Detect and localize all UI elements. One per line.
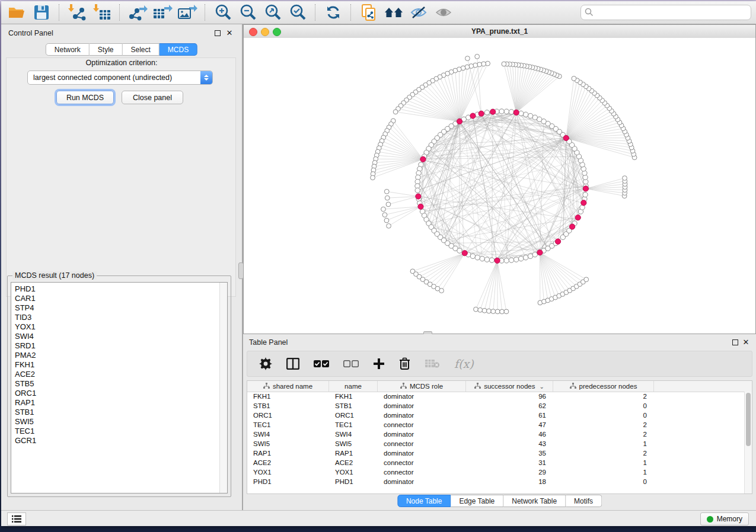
mcds-hub-node[interactable] — [563, 135, 569, 140]
graph-leaf-node[interactable] — [500, 309, 505, 314]
graph-leaf-node[interactable] — [384, 218, 389, 223]
delete-column-icon[interactable] — [399, 356, 410, 371]
mcds-result-item[interactable]: PMA2 — [15, 351, 219, 360]
float-table-panel-icon[interactable] — [731, 338, 739, 346]
memory-button[interactable]: Memory — [700, 512, 749, 525]
tab-motifs[interactable]: Motifs — [566, 495, 602, 507]
graph-leaf-node[interactable] — [482, 308, 487, 313]
mcds-hub-node[interactable] — [555, 239, 560, 244]
mcds-hub-node[interactable] — [513, 110, 519, 115]
tab-node-table[interactable]: Node Table — [397, 495, 451, 507]
mcds-result-item[interactable]: SRD1 — [15, 341, 219, 351]
mcds-result-item[interactable]: ACE2 — [15, 370, 219, 379]
table-row[interactable]: SWI5SWI5connector431 — [247, 439, 745, 448]
mcds-hub-node[interactable] — [581, 200, 586, 206]
split-pane-icon[interactable] — [286, 356, 299, 371]
network-window-titlebar[interactable]: YPA_prune.txt_1 — [244, 25, 755, 39]
graph-leaf-node[interactable] — [572, 76, 576, 81]
table-row[interactable]: RAP1RAP1dominator352 — [247, 448, 745, 458]
graph-leaf-node[interactable] — [387, 223, 391, 228]
graph-node[interactable] — [524, 112, 528, 117]
graph-node[interactable] — [470, 254, 475, 258]
mcds-hub-node[interactable] — [569, 224, 575, 229]
graph-leaf-node[interactable] — [465, 56, 470, 61]
mcds-hub-node[interactable] — [470, 113, 476, 118]
graph-leaf-node[interactable] — [382, 213, 387, 217]
mcds-hub-node[interactable] — [420, 156, 426, 162]
deselect-all-icon[interactable] — [343, 356, 359, 371]
table-scrollbar[interactable] — [744, 392, 752, 493]
mcds-result-item[interactable]: GCR1 — [15, 436, 219, 446]
graph-leaf-node[interactable] — [384, 189, 389, 194]
export-image-icon[interactable] — [177, 4, 198, 21]
table-row[interactable]: PHD1PHD1dominator180 — [247, 477, 745, 486]
table-row[interactable]: SWI4SWI4dominator462 — [247, 430, 745, 439]
graph-node[interactable] — [532, 252, 537, 257]
graph-leaf-node[interactable] — [478, 307, 483, 312]
hide-selected-eye-icon[interactable] — [408, 4, 429, 21]
graph-node[interactable] — [509, 110, 513, 114]
export-table-icon[interactable] — [152, 4, 173, 21]
table-row[interactable]: YOX1YOX1connector291 — [247, 467, 745, 477]
tab-mcds[interactable]: MCDS — [160, 43, 197, 56]
import-network-icon[interactable] — [66, 4, 88, 21]
graph-node[interactable] — [528, 254, 532, 258]
tab-style[interactable]: Style — [90, 43, 123, 56]
mcds-result-item[interactable]: YOX1 — [15, 322, 219, 332]
graph-node[interactable] — [484, 110, 489, 115]
task-history-button[interactable] — [7, 512, 26, 525]
graph-node[interactable] — [504, 109, 509, 114]
graph-leaf-node[interactable] — [381, 207, 386, 211]
select-all-icon[interactable] — [314, 356, 329, 371]
mcds-hub-node[interactable] — [457, 118, 462, 124]
import-table-icon[interactable] — [91, 4, 113, 21]
float-panel-icon[interactable] — [213, 29, 222, 37]
graph-leaf-node[interactable] — [487, 309, 492, 313]
graph-node[interactable] — [524, 255, 528, 260]
mcds-hub-node[interactable] — [479, 111, 484, 116]
table-row[interactable]: FKH1FKH1dominator962 — [247, 392, 745, 401]
tab-network-table[interactable]: Network Table — [503, 495, 566, 507]
export-network-icon[interactable] — [127, 4, 148, 21]
column-header-name[interactable]: name — [329, 381, 378, 392]
graph-leaf-node[interactable] — [495, 309, 500, 314]
graph-leaf-node[interactable] — [475, 54, 480, 59]
mcds-result-item[interactable]: STB1 — [15, 408, 219, 417]
column-header-predecessor-nodes[interactable]: predecessor nodes — [553, 381, 654, 392]
refresh-icon[interactable] — [323, 4, 344, 21]
open-folder-icon[interactable] — [6, 4, 27, 21]
graph-node[interactable] — [583, 192, 588, 197]
mcds-result-item[interactable]: SWI4 — [15, 332, 219, 341]
mcds-result-item[interactable]: RAP1 — [15, 398, 219, 408]
run-mcds-button[interactable]: Run MCDS — [56, 91, 114, 104]
table-row[interactable]: STB1STB1dominator620 — [247, 401, 745, 411]
graph-leaf-node[interactable] — [386, 202, 391, 207]
close-table-panel-icon[interactable]: ✕ — [742, 338, 750, 346]
close-panel-icon[interactable]: ✕ — [225, 29, 234, 37]
mcds-list-scrollbar[interactable] — [219, 283, 227, 493]
mcds-result-item[interactable]: STP4 — [15, 303, 219, 313]
mcds-result-item[interactable]: FKH1 — [15, 360, 219, 370]
save-icon[interactable] — [31, 4, 52, 21]
graph-node[interactable] — [519, 111, 524, 116]
graph-node[interactable] — [480, 256, 484, 261]
mcds-result-item[interactable]: ORC1 — [15, 389, 219, 398]
column-header-successor-nodes[interactable]: successor nodes⌄ — [466, 381, 553, 392]
optimization-criterion-select[interactable]: largest connected component (undirected) — [27, 70, 213, 85]
table-row[interactable]: ORC1ORC1dominator610 — [247, 411, 745, 420]
graph-node[interactable] — [509, 258, 513, 262]
mcds-result-item[interactable]: TID3 — [15, 313, 219, 322]
mcds-hub-node[interactable] — [583, 186, 588, 191]
column-header-shared-name[interactable]: shared name — [247, 381, 329, 392]
mcds-result-item[interactable]: CAR1 — [15, 294, 219, 303]
graph-leaf-node[interactable] — [474, 307, 479, 312]
graph-node[interactable] — [475, 255, 480, 260]
graph-node[interactable] — [415, 188, 420, 193]
mcds-result-item[interactable]: SWI5 — [15, 417, 219, 427]
network-canvas[interactable] — [244, 38, 755, 334]
tab-edge-table[interactable]: Edge Table — [451, 495, 503, 507]
table-scrollbar-thumb[interactable] — [746, 393, 751, 446]
graph-leaf-node[interactable] — [371, 175, 375, 180]
table-row[interactable]: ACE2ACE2connector311 — [247, 458, 745, 467]
graph-leaf-node[interactable] — [584, 277, 589, 282]
